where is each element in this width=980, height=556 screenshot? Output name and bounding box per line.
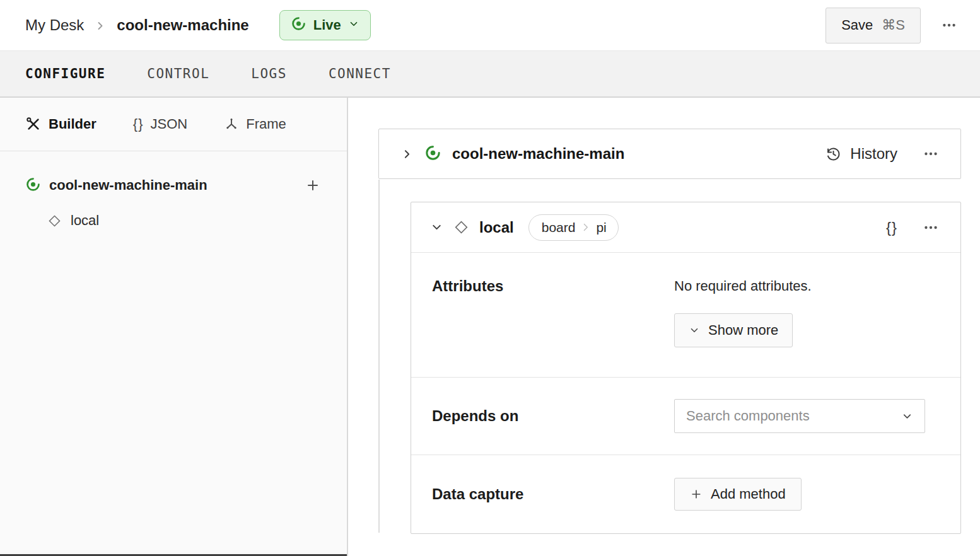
collapse-chevron-down-icon[interactable] [430, 221, 443, 234]
depends-on-placeholder: Search components [686, 408, 810, 424]
edit-json-button[interactable]: {} [886, 219, 897, 236]
ellipsis-icon [941, 17, 957, 33]
chevron-down-icon [689, 325, 700, 336]
data-capture-label: Data capture [432, 485, 674, 504]
ellipsis-icon [923, 146, 939, 162]
machine-card-title: cool-new-machine-main [452, 145, 624, 163]
tab-connect[interactable]: CONNECT [329, 66, 391, 81]
component-card: local board pi {} [411, 202, 961, 534]
body: Builder {} JSON Frame [0, 98, 980, 556]
braces-icon: {} [133, 116, 144, 132]
tree-connector-line [378, 180, 380, 533]
depends-on-section: Depends on Search components [411, 377, 960, 455]
save-shortcut-hint: ⌘S [882, 17, 905, 33]
add-method-label: Add method [711, 486, 786, 502]
primary-tab-bar: CONFIGURE CONTROL LOGS CONNECT [0, 51, 980, 98]
ellipsis-icon [923, 219, 939, 236]
depends-on-label: Depends on [432, 407, 674, 426]
main-content: cool-new-machine-main History [348, 98, 980, 556]
tab-control[interactable]: CONTROL [147, 66, 209, 81]
tree-item-local[interactable]: local [0, 203, 347, 238]
component-card-menu-button[interactable] [919, 216, 943, 240]
component-type-badge: board pi [528, 214, 619, 241]
live-broadcast-icon [291, 16, 306, 35]
component-model: pi [596, 220, 606, 235]
component-diamond-icon [48, 214, 61, 228]
chevron-right-icon [580, 222, 591, 233]
breadcrumb: My Desk cool-new-machine [25, 16, 249, 34]
mode-frame-label: Frame [246, 116, 286, 132]
machine-card: cool-new-machine-main History [378, 129, 961, 179]
history-button[interactable]: History [825, 145, 897, 163]
tree-item-machine-main[interactable]: cool-new-machine-main [0, 168, 347, 203]
history-clock-icon [825, 146, 842, 163]
attributes-empty-text: No required attributes. [674, 277, 812, 296]
component-diamond-icon [454, 220, 469, 235]
mode-builder[interactable]: Builder [25, 116, 96, 132]
add-method-button[interactable]: Add method [674, 478, 802, 511]
component-type: board [542, 220, 576, 235]
mode-json[interactable]: {} JSON [133, 116, 187, 132]
attributes-content: No required attributes. Show more [674, 277, 812, 347]
tab-logs[interactable]: LOGS [251, 66, 287, 81]
add-component-button[interactable] [301, 174, 324, 197]
chevron-right-icon [94, 20, 107, 32]
expand-chevron-right-icon[interactable] [400, 148, 414, 161]
machine-card-menu-button[interactable] [919, 142, 943, 166]
show-more-label: Show more [708, 322, 778, 339]
depends-on-select[interactable]: Search components [674, 399, 925, 433]
attributes-label: Attributes [432, 277, 674, 296]
mode-frame[interactable]: Frame [224, 116, 286, 132]
machine-broadcast-icon [25, 177, 41, 195]
live-status-dropdown[interactable]: Live [279, 10, 371, 40]
plus-icon [690, 488, 703, 501]
app-window: My Desk cool-new-machine Live Save ⌘S CO… [0, 0, 980, 556]
tools-icon [25, 116, 42, 132]
chevron-down-icon [348, 17, 359, 33]
component-card-title: local [479, 219, 514, 236]
component-card-header: local board pi {} [411, 202, 960, 253]
tree-item-label: cool-new-machine-main [49, 177, 207, 194]
machine-tree: cool-new-machine-main local [0, 151, 347, 238]
history-button-label: History [850, 145, 897, 163]
machine-card-actions: History [825, 142, 943, 166]
save-button-label: Save [841, 17, 873, 33]
header: My Desk cool-new-machine Live Save ⌘S [0, 0, 980, 51]
mode-builder-label: Builder [49, 116, 96, 132]
sidebar: Builder {} JSON Frame [0, 98, 348, 556]
component-card-actions: {} [886, 216, 943, 240]
breadcrumb-current: cool-new-machine [117, 16, 248, 34]
frame-axes-icon [224, 117, 239, 132]
mode-json-label: JSON [151, 116, 188, 132]
attributes-section: Attributes No required attributes. Show … [411, 253, 960, 377]
config-mode-bar: Builder {} JSON Frame [0, 98, 347, 151]
machine-broadcast-icon [424, 144, 441, 164]
plus-icon [305, 178, 320, 193]
chevron-down-icon [901, 410, 913, 422]
header-overflow-menu-button[interactable] [937, 13, 961, 37]
live-status-label: Live [313, 17, 341, 33]
save-button[interactable]: Save ⌘S [825, 8, 921, 43]
show-more-button[interactable]: Show more [674, 313, 793, 347]
breadcrumb-root-link[interactable]: My Desk [25, 16, 84, 34]
data-capture-section: Data capture Add method [411, 455, 960, 533]
tree-item-label: local [71, 212, 99, 229]
tab-configure[interactable]: CONFIGURE [25, 66, 105, 81]
